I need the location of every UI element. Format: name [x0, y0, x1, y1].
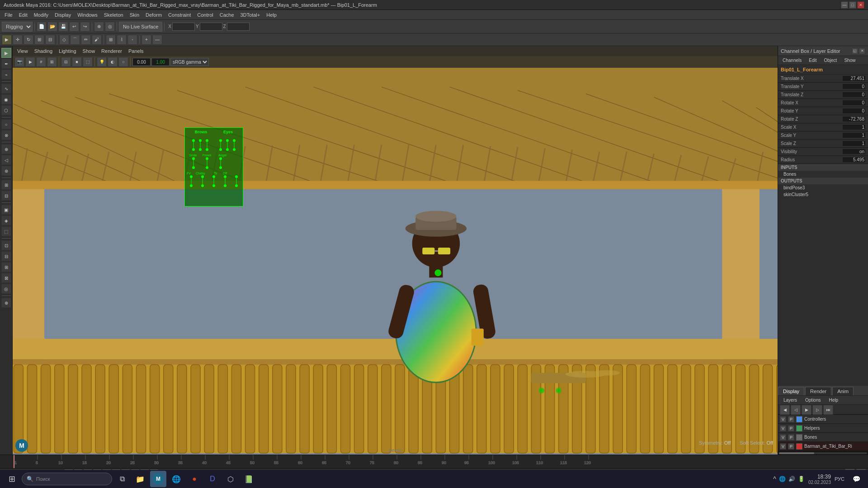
move-tool-btn[interactable]: ✛	[13, 35, 23, 45]
layer-nav-options[interactable]: Options	[802, 397, 823, 404]
search-box[interactable]: 🔍 Поиск	[22, 473, 112, 485]
paint-weights-btn[interactable]: 🖌	[92, 35, 102, 45]
channel-attr-row[interactable]: Scale Y 1	[778, 131, 868, 140]
channel-attr-row[interactable]: Translate Y 0	[778, 83, 868, 91]
cluster-tool[interactable]: ⊕	[1, 144, 11, 154]
lang-indicator[interactable]: РУС	[835, 476, 844, 482]
snap-curve-btn[interactable]: ⌇	[117, 35, 127, 45]
select-mode-btn[interactable]: ▶	[1, 48, 11, 58]
minus-btn[interactable]: —	[152, 35, 162, 45]
menu-control[interactable]: Control	[194, 11, 216, 19]
viewport-menu-view[interactable]: View	[14, 47, 31, 55]
start-button[interactable]: ⊞	[4, 471, 20, 487]
cb-menu-object[interactable]: Object	[821, 57, 840, 64]
vp-frame-btn[interactable]: ⊞	[47, 57, 57, 67]
vp-value1[interactable]	[132, 58, 151, 66]
tab-display[interactable]: Display	[778, 387, 804, 395]
vp-select-btn[interactable]: ▶	[25, 57, 35, 67]
layer-next2-btn[interactable]: ▷	[812, 405, 822, 415]
save-file-button[interactable]: 💾	[58, 22, 68, 32]
channel-attr-row[interactable]: Rotate Y 0	[778, 107, 868, 115]
paint-skin-btn[interactable]: ✏	[81, 35, 91, 45]
layer-p-btn[interactable]: P	[788, 416, 794, 422]
layer-helpers[interactable]: V P Helpers	[778, 424, 868, 433]
layer-p-btn-3[interactable]: P	[788, 434, 794, 441]
vp-camera-btn[interactable]: 📷	[14, 57, 24, 67]
snap-point-btn[interactable]: ◦	[127, 35, 137, 45]
gamma-select[interactable]: sRGB gamma	[170, 58, 209, 66]
tab-anim[interactable]: Anim	[832, 387, 854, 395]
channel-attr-row[interactable]: Scale Z 1	[778, 140, 868, 148]
layer-v-btn-3[interactable]: V	[780, 434, 786, 441]
vp-value2[interactable]	[151, 58, 170, 66]
app-btn-4[interactable]: D	[204, 471, 221, 487]
minimize-button[interactable]: —	[841, 1, 848, 9]
new-file-button[interactable]: 📄	[37, 22, 47, 32]
vp-wire-btn[interactable]: ⊟	[61, 57, 71, 67]
menu-skin[interactable]: Skin	[127, 11, 142, 19]
tab-render[interactable]: Render	[805, 387, 831, 395]
blend-tool[interactable]: ⊛	[1, 166, 11, 176]
app-btn-6[interactable]: 📗	[241, 471, 257, 487]
viewport-menu-lighting[interactable]: Lighting	[56, 47, 79, 55]
rotate-tool-btn[interactable]: ↻	[24, 35, 33, 45]
cb-expand-btn[interactable]: ◱	[852, 48, 858, 54]
z-input[interactable]	[227, 23, 250, 31]
joint-tool[interactable]: ○	[1, 119, 11, 129]
channel-attr-row[interactable]: Translate X 27.451	[778, 75, 868, 83]
layer-controllers[interactable]: V P Controllers	[778, 415, 868, 424]
ik-tool[interactable]: ⊗	[1, 130, 11, 140]
menu-modify[interactable]: Modify	[31, 11, 51, 19]
plus-btn[interactable]: +	[142, 35, 151, 45]
hypershade-btn[interactable]: ◈	[1, 216, 11, 225]
expression-tool[interactable]: ⊞	[1, 180, 11, 190]
vp-shadow-btn[interactable]: ◐	[108, 57, 118, 67]
channel-attr-row[interactable]: Scale X 1	[778, 123, 868, 131]
channel-attr-row[interactable]: Rotate Z -72.768	[778, 115, 868, 123]
y-input[interactable]	[200, 23, 222, 31]
viewport-menu-panels[interactable]: Panels	[126, 47, 146, 55]
cb-menu-edit[interactable]: Edit	[806, 57, 819, 64]
select-tool[interactable]: ⊕	[94, 22, 104, 32]
menu-file[interactable]: File	[2, 11, 15, 19]
menu-help[interactable]: Help	[264, 11, 279, 19]
channel-attr-row[interactable]: Translate Z 0	[778, 91, 868, 99]
menu-skeleton[interactable]: Skeleton	[101, 11, 126, 19]
inputs-item-bones[interactable]: Bones	[778, 171, 868, 178]
x-input[interactable]	[172, 23, 195, 31]
outputs-item-bindpose[interactable]: bindPose3	[778, 184, 868, 191]
poly-tool[interactable]: ⬡	[1, 105, 11, 115]
soft-select-btn[interactable]: ◇	[59, 35, 69, 45]
vp-texture-btn[interactable]: ⬚	[83, 57, 93, 67]
misc-btn5[interactable]: ◎	[1, 284, 11, 294]
menu-constraint[interactable]: Constraint	[165, 11, 193, 19]
layer-bones[interactable]: V P Bones	[778, 433, 868, 442]
layer-next-btn[interactable]: ▶	[802, 405, 811, 415]
viewport-menu-renderer[interactable]: Renderer	[99, 47, 125, 55]
misc-btn4[interactable]: ⊠	[1, 273, 11, 283]
menu-windows[interactable]: Windows	[75, 11, 100, 19]
tray-battery[interactable]: 🔋	[798, 476, 805, 482]
lasso-select-btn[interactable]: ⌒	[70, 35, 80, 45]
paint-btn[interactable]: ✒	[1, 59, 11, 69]
vp-lights-btn[interactable]: 💡	[97, 57, 107, 67]
maximize-button[interactable]: □	[849, 1, 856, 9]
viewport-3d[interactable]: View Shading Lighting Show Renderer Pane…	[13, 46, 778, 455]
layer-scrollbar[interactable]	[778, 451, 868, 455]
channel-attr-row[interactable]: Visibility on	[778, 148, 868, 156]
layer-prev2-btn[interactable]: ◁	[791, 405, 801, 415]
cb-close-btn[interactable]: ✕	[859, 48, 865, 54]
misc-btn2[interactable]: ⊟	[1, 251, 11, 261]
scale-tool-btn[interactable]: ⊞	[34, 35, 44, 45]
channel-attr-row[interactable]: Rotate X 0	[778, 99, 868, 107]
layer-p-btn-2[interactable]: P	[788, 425, 794, 432]
driven-key-tool[interactable]: ⊟	[1, 191, 11, 201]
select-obj-btn[interactable]: ▶	[2, 35, 12, 45]
menu-3dtotal[interactable]: 3DTotal+	[238, 11, 263, 19]
menu-edit[interactable]: Edit	[16, 11, 30, 19]
layer-nav-help[interactable]: Help	[826, 397, 841, 404]
app-btn-3[interactable]: ●	[186, 471, 203, 487]
sculpt-tool[interactable]: ◉	[1, 94, 11, 104]
undo-button[interactable]: ↩	[69, 22, 79, 32]
open-file-button[interactable]: 📂	[47, 22, 57, 32]
